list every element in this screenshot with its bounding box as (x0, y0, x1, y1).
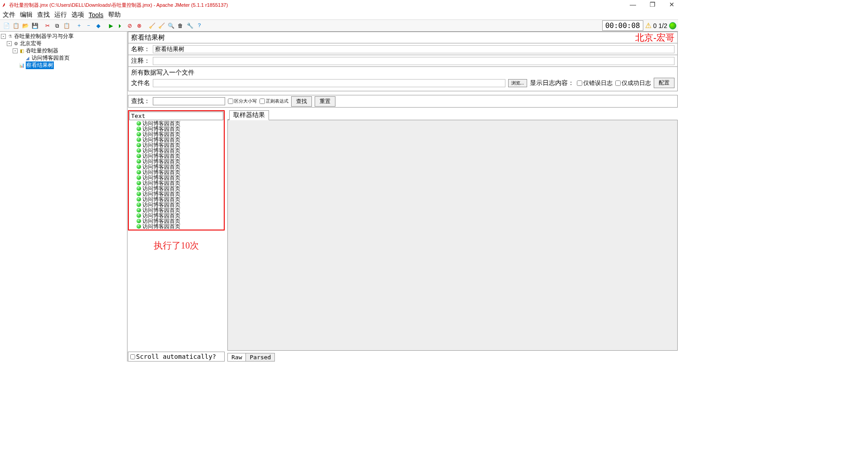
find-button[interactable]: 查找 (291, 96, 312, 107)
file-section-header: 所有数据写入一个文件 (131, 68, 675, 78)
success-icon (137, 197, 141, 202)
tree-root[interactable]: 吞吐量控制器学习与分享 (14, 33, 74, 40)
only-error-checkbox[interactable]: 仅错误日志 (577, 79, 613, 87)
menu-tools[interactable]: Tools (89, 11, 104, 19)
search-icon[interactable]: 🔍 (166, 21, 175, 30)
copy-icon[interactable]: ⧉ (52, 21, 61, 30)
success-icon (137, 143, 141, 147)
shutdown-icon[interactable]: ⊗ (135, 21, 144, 30)
name-input[interactable] (153, 45, 675, 53)
success-icon (137, 192, 141, 196)
scroll-auto-checkbox[interactable]: Scroll automatically? (128, 352, 225, 362)
success-icon (137, 170, 141, 174)
success-icon (137, 175, 141, 180)
success-icon (137, 224, 141, 229)
testplan-icon: ⚗ (7, 33, 13, 39)
maximize-button[interactable]: ❐ (647, 1, 658, 8)
success-icon (137, 208, 141, 212)
success-icon (137, 121, 141, 126)
open-icon[interactable]: 📂 (21, 21, 30, 30)
case-checkbox[interactable]: 区分大小写 (228, 98, 257, 104)
toggle-icon[interactable]: ◆ (94, 21, 103, 30)
success-icon (137, 148, 141, 153)
warn-count: 0 (653, 22, 657, 29)
regex-checkbox[interactable]: 正则表达式 (259, 98, 288, 104)
success-icon (137, 159, 141, 164)
only-success-checkbox[interactable]: 仅成功日志 (615, 79, 651, 87)
name-label: 名称： (131, 45, 150, 53)
tree-controller[interactable]: 吞吐量控制器 (26, 47, 58, 55)
controller-icon: ◧ (19, 47, 25, 54)
success-icon (137, 181, 141, 185)
stop-icon[interactable]: ⊘ (125, 21, 134, 30)
paste-icon[interactable]: 📋 (62, 21, 71, 30)
start-icon[interactable]: ▶ (106, 21, 115, 30)
expand-icon[interactable]: ＋ (75, 21, 84, 30)
panel-title: 察看结果树 (131, 33, 165, 42)
threadgroup-icon: ⚙ (13, 40, 19, 47)
filename-input[interactable] (153, 79, 505, 87)
search-label: 查找： (131, 97, 150, 105)
success-icon (137, 213, 141, 218)
collapse-icon[interactable]: － (84, 21, 93, 30)
success-icon (137, 127, 141, 131)
render-dropdown[interactable]: Text (129, 112, 223, 120)
panel-title-bar: 察看结果树 北京-宏哥 (128, 32, 678, 43)
success-icon (137, 164, 141, 169)
configure-button[interactable]: 配置 (654, 78, 675, 88)
menu-run[interactable]: 运行 (54, 11, 67, 19)
results-highlighted-box: Text 访问博客园首页访问博客园首页访问博客园首页访问博客园首页访问博客园首页… (128, 110, 225, 230)
sampler-result-tab[interactable]: 取样器结果 (229, 110, 269, 120)
menubar: 文件 编辑 查找 运行 选项 Tools 帮助 (0, 10, 678, 20)
success-icon (137, 219, 141, 223)
result-list[interactable]: 访问博客园首页访问博客园首页访问博客园首页访问博客园首页访问博客园首页访问博客园… (129, 121, 224, 230)
success-icon (137, 186, 141, 191)
menu-search[interactable]: 查找 (37, 11, 50, 19)
watermark: 北京-宏哥 (635, 32, 675, 44)
sampler-icon: ◢ (24, 55, 31, 61)
success-icon (137, 202, 141, 207)
comment-label: 注释： (131, 57, 150, 65)
cut-icon[interactable]: ✂ (43, 21, 52, 30)
menu-options[interactable]: 选项 (71, 11, 84, 19)
warning-icon[interactable]: ⚠ (645, 21, 651, 30)
thread-count: 1/2 (659, 22, 667, 29)
minimize-button[interactable]: — (627, 1, 639, 8)
clear-icon[interactable]: 🧹 (147, 21, 156, 30)
tree-sampler[interactable]: 访问博客园首页 (32, 54, 70, 62)
raw-tab[interactable]: Raw (227, 353, 246, 362)
close-button[interactable]: ✕ (666, 1, 677, 8)
reset-button[interactable]: 重置 (315, 96, 335, 107)
annotation-text: 执行了10次 (128, 230, 225, 261)
new-icon[interactable]: 📄 (2, 21, 11, 30)
app-icon (2, 2, 7, 8)
start-noTimer-icon[interactable]: ⏵ (116, 21, 125, 30)
tree-expander[interactable]: - (7, 41, 12, 46)
window-title: 吞吐量控制器.jmx (C:\Users\DELL\Downloads\吞吐量控… (9, 2, 228, 9)
result-item[interactable]: 访问博客园首页 (130, 224, 223, 229)
status-indicator (669, 22, 676, 29)
parsed-tab[interactable]: Parsed (245, 353, 275, 362)
menu-file[interactable]: 文件 (3, 11, 15, 19)
save-icon[interactable]: 💾 (30, 21, 39, 30)
timer: 00:00:08 (602, 20, 643, 31)
function-icon[interactable]: 🔧 (185, 21, 194, 30)
tree-threadgroup[interactable]: 北京宏哥 (20, 40, 42, 47)
tree-expander[interactable]: - (1, 34, 6, 39)
menu-help[interactable]: 帮助 (108, 11, 121, 19)
success-icon (137, 137, 141, 142)
filename-label: 文件名 (131, 79, 150, 87)
search-input[interactable] (153, 97, 225, 105)
templates-icon[interactable]: 📋 (11, 21, 20, 30)
comment-input[interactable] (153, 57, 675, 65)
success-icon (137, 154, 141, 158)
menu-edit[interactable]: 编辑 (20, 11, 33, 19)
showlog-label: 显示日志内容： (530, 79, 574, 87)
tree-listener[interactable]: 察看结果树 (26, 61, 54, 69)
clear-all-icon[interactable]: 🧹 (157, 21, 166, 30)
tree-expander[interactable]: - (13, 48, 18, 53)
browse-button[interactable]: 浏览... (508, 79, 527, 87)
reset-search-icon[interactable]: 🗑 (176, 21, 185, 30)
help-icon[interactable]: ？ (195, 21, 204, 30)
listener-icon: 📊 (19, 62, 25, 68)
